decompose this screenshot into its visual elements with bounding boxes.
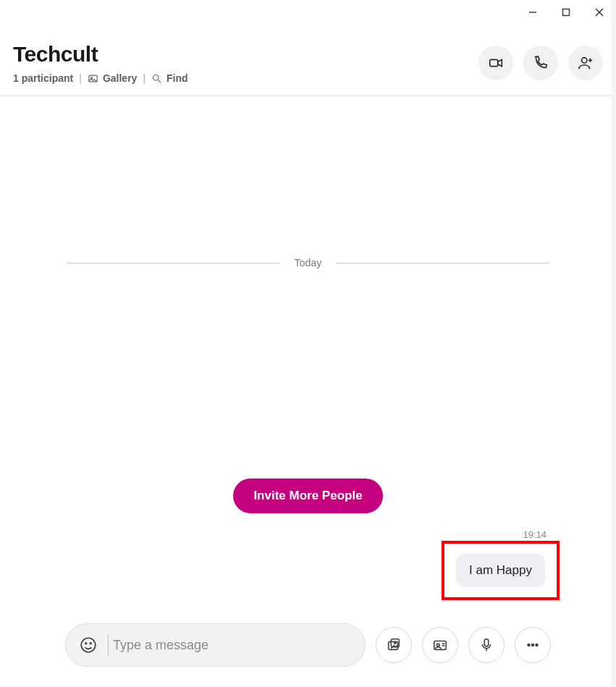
conversation-area: Today Invite More People 19:14 I am Happ…	[0, 96, 616, 616]
scrollbar-track[interactable]	[612, 0, 616, 687]
close-icon	[595, 8, 604, 17]
message-text: I am Happy	[469, 563, 532, 577]
svg-rect-1	[563, 9, 570, 16]
svg-point-24	[528, 644, 530, 646]
voice-message-button[interactable]	[468, 627, 505, 663]
participant-count[interactable]: 1 participant	[13, 72, 73, 84]
message-timestamp: 19:14	[523, 529, 547, 540]
window-titlebar	[0, 0, 616, 22]
search-icon	[151, 73, 162, 84]
svg-point-6	[153, 75, 159, 80]
date-label: Today	[295, 257, 321, 269]
attach-icon	[386, 637, 402, 653]
chat-subheader: 1 participant | Gallery | Find	[13, 72, 188, 84]
message-input[interactable]: Type a message	[65, 623, 366, 667]
svg-point-26	[536, 644, 538, 646]
more-icon	[525, 637, 541, 653]
chat-header: Techcult 1 participant | Gallery | Find	[0, 22, 616, 96]
attach-file-button[interactable]	[376, 627, 412, 663]
window-minimize-button[interactable]	[516, 4, 549, 20]
video-call-button[interactable]	[478, 46, 513, 80]
svg-rect-22	[484, 639, 489, 646]
minimize-icon	[528, 8, 537, 17]
emoji-icon[interactable]	[79, 636, 98, 654]
add-people-button[interactable]	[568, 46, 603, 80]
microphone-icon	[478, 637, 494, 653]
contact-card-icon	[432, 637, 448, 653]
svg-point-12	[81, 638, 96, 652]
svg-point-25	[532, 644, 534, 646]
video-icon	[488, 55, 504, 71]
find-button[interactable]: Find	[151, 72, 188, 84]
invite-more-people-button[interactable]: Invite More People	[233, 479, 382, 513]
window-maximize-button[interactable]	[549, 4, 583, 20]
phone-icon	[533, 55, 549, 71]
more-options-button[interactable]	[515, 627, 551, 663]
chat-title: Techcult	[13, 42, 188, 67]
audio-call-button[interactable]	[523, 46, 558, 80]
date-separator: Today	[67, 257, 549, 269]
maximize-icon	[562, 8, 570, 17]
share-contact-button[interactable]	[422, 627, 458, 663]
svg-point-19	[436, 644, 439, 646]
text-caret	[108, 635, 109, 655]
svg-rect-8	[490, 59, 498, 66]
find-label: Find	[166, 72, 188, 84]
gallery-button[interactable]: Gallery	[88, 72, 137, 84]
gallery-label: Gallery	[103, 72, 137, 84]
message-composer: Type a message	[0, 610, 616, 687]
svg-point-17	[395, 642, 396, 644]
message-bubble[interactable]: I am Happy	[456, 554, 545, 587]
message-input-placeholder: Type a message	[113, 638, 208, 653]
svg-line-7	[158, 80, 161, 83]
gallery-icon	[88, 73, 98, 84]
highlighted-message-annotation: I am Happy	[442, 541, 560, 600]
svg-point-9	[582, 58, 587, 63]
svg-point-13	[85, 643, 87, 644]
add-person-icon	[578, 55, 594, 71]
svg-point-14	[90, 643, 91, 644]
